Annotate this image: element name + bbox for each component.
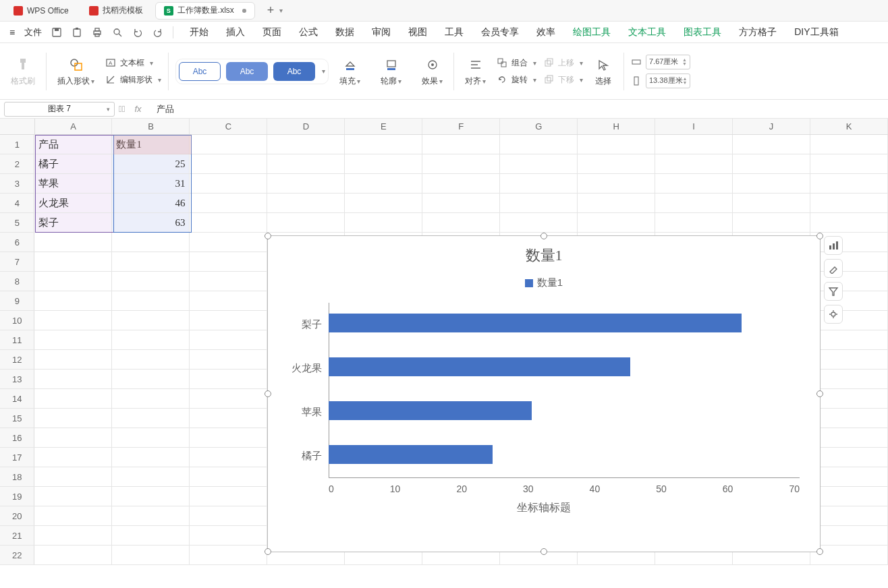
cell[interactable] <box>112 409 190 428</box>
chart-filter-button[interactable] <box>824 282 843 301</box>
tab-template[interactable]: 找稻壳模板 <box>81 2 151 20</box>
cell[interactable]: 25 <box>112 154 190 173</box>
select-button[interactable]: 选择 <box>590 55 617 87</box>
cell[interactable] <box>733 213 810 232</box>
cell[interactable]: 梨子 <box>34 213 112 232</box>
col-header[interactable]: J <box>733 119 810 134</box>
cell[interactable] <box>422 174 500 193</box>
tab-eff[interactable]: 效率 <box>536 26 555 38</box>
cell[interactable] <box>810 370 888 388</box>
cell[interactable] <box>422 154 500 173</box>
tab-diy[interactable]: DIY工具箱 <box>794 26 838 38</box>
cell[interactable] <box>267 174 345 193</box>
col-header[interactable]: B <box>112 119 190 134</box>
row-header[interactable]: 11 <box>0 330 34 349</box>
cell[interactable] <box>733 174 810 193</box>
row-header[interactable]: 9 <box>0 291 34 310</box>
cell[interactable] <box>112 370 190 388</box>
tab-drawtool[interactable]: 绘图工具 <box>573 26 611 38</box>
cell[interactable] <box>34 272 112 291</box>
cell[interactable] <box>34 448 112 467</box>
tab-insert[interactable]: 插入 <box>226 26 245 38</box>
row-header[interactable]: 17 <box>0 448 34 467</box>
cell[interactable] <box>34 389 112 408</box>
col-header[interactable]: G <box>500 119 578 134</box>
cell[interactable] <box>578 154 655 173</box>
cell[interactable] <box>345 154 422 173</box>
cell[interactable] <box>733 135 810 154</box>
chevron-down-icon[interactable]: ▾ <box>322 67 325 75</box>
tab-texttool[interactable]: 文本工具 <box>628 26 666 38</box>
effect-button[interactable]: 效果▾ <box>418 55 447 87</box>
cell[interactable] <box>34 467 112 486</box>
cell[interactable] <box>578 213 655 232</box>
row-header[interactable]: 20 <box>0 506 34 525</box>
resize-handle[interactable] <box>540 233 547 239</box>
cell[interactable] <box>190 506 267 525</box>
col-header[interactable]: C <box>190 119 267 134</box>
tab-tool[interactable]: 工具 <box>445 26 464 38</box>
cell[interactable] <box>345 174 422 193</box>
row-header[interactable]: 21 <box>0 526 34 545</box>
spreadsheet-grid[interactable]: A B C D E F G H I J K 1产品数量12橘子253苹果314火… <box>0 119 888 588</box>
fill-button[interactable]: 填充▾ <box>335 55 364 87</box>
cell[interactable] <box>112 389 190 408</box>
tab-review[interactable]: 审阅 <box>372 26 391 38</box>
fx-icon[interactable]: fx <box>135 104 142 114</box>
cell[interactable]: 46 <box>112 194 190 212</box>
align-button[interactable]: 对齐▾ <box>461 55 490 87</box>
cell[interactable] <box>810 291 888 310</box>
row-header[interactable]: 10 <box>0 311 34 330</box>
cell[interactable] <box>422 194 500 212</box>
col-header[interactable]: K <box>810 119 888 134</box>
cell[interactable] <box>810 174 888 193</box>
resize-handle[interactable] <box>265 233 271 239</box>
cell[interactable]: 火龙果 <box>34 194 112 212</box>
cell[interactable] <box>810 154 888 173</box>
cell[interactable] <box>112 506 190 525</box>
save-icon[interactable] <box>51 27 62 38</box>
cell[interactable] <box>810 467 888 486</box>
row-header[interactable]: 18 <box>0 467 34 486</box>
width-input[interactable]: 7.67厘米▲▼ <box>631 55 690 69</box>
bar[interactable] <box>329 357 630 376</box>
cell[interactable]: 63 <box>112 213 190 232</box>
shape-style-2[interactable]: Abc <box>226 62 268 81</box>
cell[interactable] <box>810 546 888 564</box>
cell[interactable] <box>190 135 267 154</box>
spinner-icon[interactable]: ▲▼ <box>683 77 688 85</box>
row-header[interactable]: 7 <box>0 252 34 271</box>
tab-page[interactable]: 页面 <box>262 26 281 38</box>
cell[interactable] <box>810 135 888 154</box>
outline-button[interactable]: 轮廓▾ <box>377 55 406 87</box>
row-header[interactable]: 19 <box>0 487 34 506</box>
cell[interactable] <box>500 174 578 193</box>
cell[interactable] <box>190 448 267 467</box>
cell[interactable] <box>810 487 888 506</box>
select-all-corner[interactable] <box>0 119 35 134</box>
tab-square[interactable]: 方方格子 <box>739 26 777 38</box>
cell[interactable] <box>112 428 190 447</box>
cell[interactable] <box>190 330 267 349</box>
chevron-down-icon[interactable]: ▾ <box>107 106 110 113</box>
cell[interactable] <box>34 409 112 428</box>
resize-handle[interactable] <box>265 548 271 555</box>
cell[interactable] <box>112 487 190 506</box>
formula-input[interactable]: 产品 <box>151 103 888 115</box>
cell[interactable] <box>578 174 655 193</box>
resize-handle[interactable] <box>816 233 823 239</box>
cell[interactable] <box>810 409 888 428</box>
cell[interactable] <box>810 448 888 467</box>
cell[interactable] <box>34 311 112 330</box>
cell[interactable] <box>655 194 733 212</box>
row-header[interactable]: 1 <box>0 135 34 154</box>
cell[interactable] <box>34 291 112 310</box>
cell[interactable] <box>655 213 733 232</box>
cell[interactable] <box>112 252 190 271</box>
cell[interactable] <box>112 291 190 310</box>
cell[interactable] <box>267 194 345 212</box>
cell[interactable] <box>500 135 578 154</box>
tab-view[interactable]: 视图 <box>408 26 427 38</box>
group-button[interactable]: 组合▾ <box>497 57 536 69</box>
row-header[interactable]: 2 <box>0 154 34 173</box>
